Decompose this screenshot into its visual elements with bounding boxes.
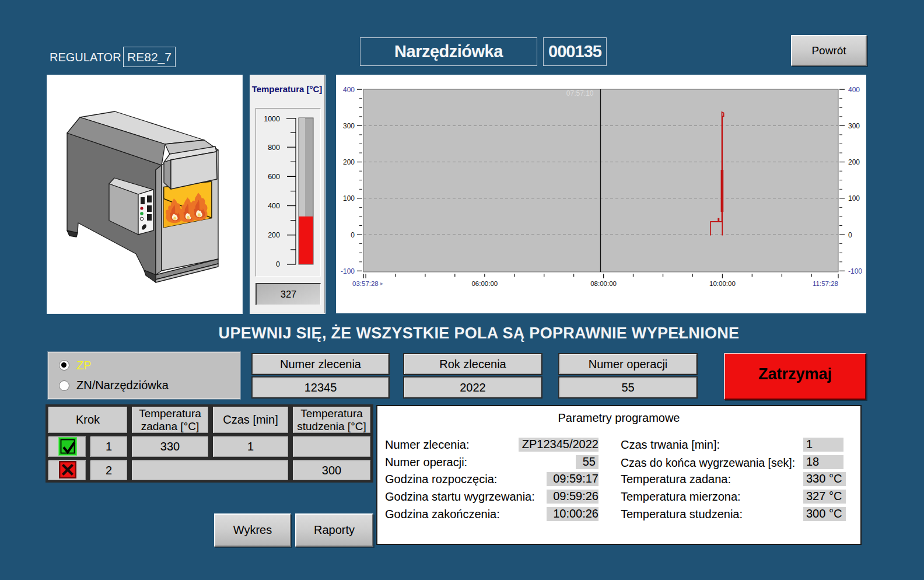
- svg-text:400: 400: [848, 86, 860, 94]
- svg-text:600: 600: [268, 173, 280, 181]
- svg-text:300: 300: [343, 122, 355, 130]
- svg-text:11:57:28: 11:57:28: [813, 280, 838, 287]
- svg-text:100: 100: [848, 194, 860, 202]
- svg-text:▸: ▸: [380, 280, 383, 286]
- svg-text:08:00:00: 08:00:00: [590, 280, 617, 287]
- svg-text:800: 800: [268, 144, 280, 152]
- svg-text:200: 200: [848, 158, 860, 166]
- svg-text:200: 200: [268, 231, 280, 239]
- svg-text:400: 400: [268, 202, 280, 210]
- svg-text:1000: 1000: [264, 115, 280, 123]
- svg-text:-100: -100: [341, 267, 355, 275]
- svg-text:03:57:28: 03:57:28: [352, 280, 379, 287]
- svg-text:400: 400: [343, 86, 355, 94]
- svg-text:0: 0: [848, 231, 852, 239]
- svg-text:07:57:10: 07:57:10: [566, 89, 594, 97]
- svg-text:0: 0: [276, 260, 280, 268]
- svg-text:06:00:00: 06:00:00: [471, 280, 498, 287]
- svg-text:-100: -100: [848, 267, 862, 275]
- svg-text:300: 300: [848, 122, 860, 130]
- svg-text:200: 200: [343, 158, 355, 166]
- svg-text:10:00:00: 10:00:00: [709, 280, 736, 287]
- svg-text:0: 0: [351, 231, 355, 239]
- svg-text:100: 100: [343, 194, 355, 202]
